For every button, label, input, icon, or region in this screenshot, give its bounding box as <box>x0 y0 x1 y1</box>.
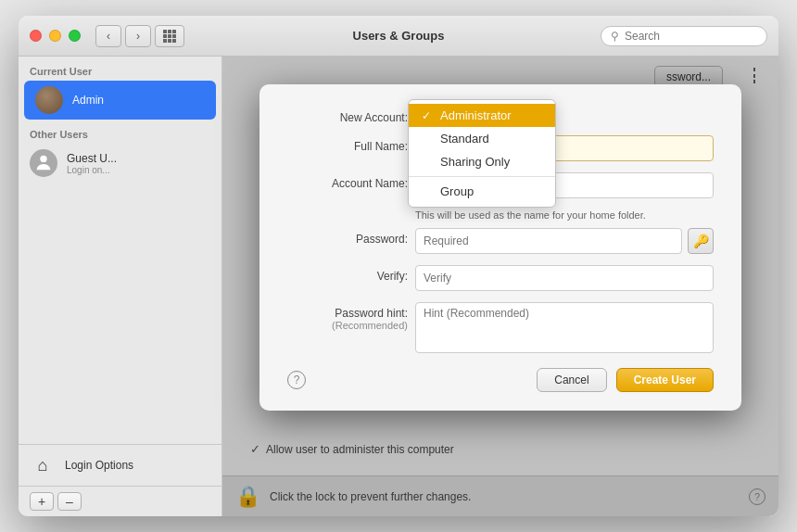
login-options-label: Login Options <box>65 459 133 472</box>
maximize-button[interactable] <box>69 30 81 42</box>
right-panel: ⋮ ✓ Allow user to administer this comput… <box>222 57 778 516</box>
avatar <box>35 86 63 114</box>
guest-name-label: Guest U... <box>67 152 117 165</box>
guest-info: Guest U... Login on... <box>67 152 117 175</box>
key-button[interactable]: 🔑 <box>688 228 714 254</box>
minimize-button[interactable] <box>49 30 61 42</box>
dropdown-option-group[interactable]: Group <box>409 180 555 203</box>
dropdown-popup: ✓ Administrator Standard Sharing Only <box>408 99 556 208</box>
login-options-item[interactable]: ⌂ Login Options <box>19 444 221 486</box>
verify-input[interactable] <box>415 265 714 291</box>
create-user-modal: New Account: ✓ Administrator Stan <box>259 84 741 411</box>
search-input[interactable] <box>625 30 757 43</box>
modal-help-button[interactable]: ? <box>287 371 306 389</box>
current-user-label: Current User <box>19 57 221 81</box>
verify-label: Verify: <box>287 265 408 283</box>
sidebar-item-guest[interactable]: Guest U... Login on... <box>19 144 221 183</box>
verify-row: Verify: <box>287 265 714 291</box>
sidebar: Current User Admin Other Users Guest U..… <box>19 57 222 516</box>
person-icon <box>33 153 54 173</box>
users-and-groups-window: ‹ › Users & Groups ⚲ Current User Admin <box>19 16 778 516</box>
password-input[interactable] <box>415 228 682 254</box>
recommended-sublabel: (Recommended) <box>287 320 408 331</box>
guest-sublabel: Login on... <box>67 165 117 175</box>
sidebar-controls: + – <box>19 486 221 516</box>
modal-buttons: ? Cancel Create User <box>287 368 714 392</box>
main-content: Current User Admin Other Users Guest U..… <box>19 57 778 516</box>
group-option-label: Group <box>440 184 474 198</box>
nav-buttons: ‹ › <box>95 25 151 47</box>
other-users-label: Other Users <box>19 120 221 144</box>
cancel-button[interactable]: Cancel <box>537 368 606 392</box>
account-name-label: Account Name: <box>287 172 408 190</box>
password-hint-label: Password hint: (Recommended) <box>287 302 408 331</box>
traffic-lights <box>30 30 81 42</box>
new-account-label: New Account: <box>287 107 408 124</box>
search-icon: ⚲ <box>611 30 619 43</box>
password-row: Password: 🔑 <box>287 228 714 254</box>
grid-view-button[interactable] <box>155 25 184 47</box>
forward-button[interactable]: › <box>125 25 151 47</box>
search-box[interactable]: ⚲ <box>601 26 767 46</box>
dropdown-separator <box>409 176 555 177</box>
admin-name-label: Admin <box>72 94 104 107</box>
home-icon: ⌂ <box>30 452 56 478</box>
window-title: Users & Groups <box>353 29 445 43</box>
close-button[interactable] <box>30 30 42 42</box>
full-name-label: Full Name: <box>287 135 408 153</box>
check-icon: ✓ <box>422 109 435 122</box>
grid-icon <box>163 30 176 43</box>
password-field-wrap: 🔑 <box>415 228 714 254</box>
sidebar-item-admin[interactable]: Admin <box>24 81 216 120</box>
sidebar-label: Admin <box>72 94 104 107</box>
dropdown-option-administrator[interactable]: ✓ Administrator <box>409 104 555 127</box>
administrator-option-label: Administrator <box>440 108 512 122</box>
password-hint-input[interactable] <box>415 302 714 353</box>
modal-overlay: New Account: ✓ Administrator Stan <box>222 57 778 516</box>
titlebar: ‹ › Users & Groups ⚲ <box>19 16 778 57</box>
remove-user-button[interactable]: – <box>57 492 82 511</box>
account-name-note: This will be used as the name for your h… <box>415 209 714 221</box>
sharing-only-option-label: Sharing Only <box>440 155 510 169</box>
back-button[interactable]: ‹ <box>95 25 121 47</box>
dropdown-option-standard[interactable]: Standard <box>409 127 555 150</box>
add-user-button[interactable]: + <box>30 492 54 511</box>
dropdown-option-sharing-only[interactable]: Sharing Only <box>409 150 555 173</box>
create-user-button[interactable]: Create User <box>616 368 714 392</box>
password-label: Password: <box>287 228 408 246</box>
new-account-row: New Account: ✓ Administrator Stan <box>287 107 714 124</box>
standard-option-label: Standard <box>440 132 489 146</box>
password-hint-row: Password hint: (Recommended) <box>287 302 714 353</box>
guest-avatar <box>30 149 57 177</box>
svg-point-0 <box>40 156 46 162</box>
